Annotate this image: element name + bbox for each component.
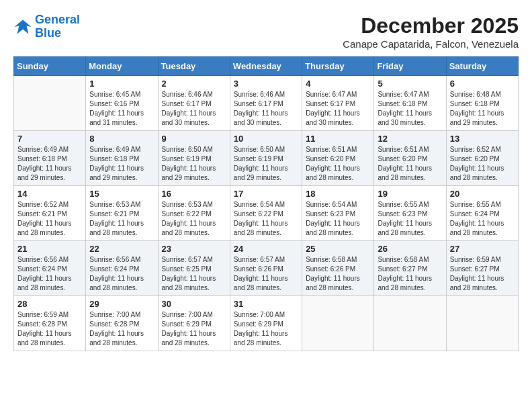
- day-number: 31: [234, 299, 298, 309]
- calendar-cell: [374, 296, 446, 351]
- calendar-cell: [302, 296, 374, 351]
- day-info: Sunrise: 6:46 AM Sunset: 6:17 PM Dayligh…: [162, 90, 226, 128]
- day-number: 5: [378, 79, 442, 89]
- calendar-cell: 16Sunrise: 6:53 AM Sunset: 6:22 PM Dayli…: [158, 186, 230, 241]
- day-info: Sunrise: 6:47 AM Sunset: 6:17 PM Dayligh…: [306, 90, 370, 128]
- day-info: Sunrise: 6:54 AM Sunset: 6:23 PM Dayligh…: [306, 200, 370, 238]
- day-info: Sunrise: 6:59 AM Sunset: 6:28 PM Dayligh…: [17, 310, 82, 348]
- day-info: Sunrise: 6:55 AM Sunset: 6:23 PM Dayligh…: [378, 200, 442, 238]
- day-number: 24: [234, 244, 298, 254]
- day-number: 16: [162, 189, 226, 199]
- day-number: 29: [89, 299, 154, 309]
- calendar-cell: 7Sunrise: 6:49 AM Sunset: 6:18 PM Daylig…: [14, 131, 86, 186]
- day-info: Sunrise: 6:53 AM Sunset: 6:21 PM Dayligh…: [89, 200, 154, 238]
- day-number: 3: [234, 79, 298, 89]
- calendar-cell: 9Sunrise: 6:50 AM Sunset: 6:19 PM Daylig…: [158, 131, 230, 186]
- page-header: General Blue December 2025 Canape Capata…: [13, 13, 519, 50]
- calendar-cell: 11Sunrise: 6:51 AM Sunset: 6:20 PM Dayli…: [302, 131, 374, 186]
- day-number: 20: [450, 189, 515, 199]
- day-info: Sunrise: 6:59 AM Sunset: 6:27 PM Dayligh…: [450, 255, 515, 293]
- day-info: Sunrise: 6:51 AM Sunset: 6:20 PM Dayligh…: [306, 145, 370, 183]
- day-number: 9: [162, 134, 226, 144]
- day-number: 7: [17, 134, 82, 144]
- calendar-week-row: 1Sunrise: 6:45 AM Sunset: 6:16 PM Daylig…: [14, 76, 519, 131]
- calendar-header-row: SundayMondayTuesdayWednesdayThursdayFrid…: [14, 57, 519, 76]
- day-number: 2: [162, 79, 226, 89]
- day-number: 8: [89, 134, 154, 144]
- location-subtitle: Canape Capatarida, Falcon, Venezuela: [343, 38, 519, 50]
- day-info: Sunrise: 6:49 AM Sunset: 6:18 PM Dayligh…: [89, 145, 154, 183]
- weekday-header-monday: Monday: [86, 57, 158, 76]
- day-info: Sunrise: 6:54 AM Sunset: 6:22 PM Dayligh…: [234, 200, 298, 238]
- svg-marker-0: [14, 19, 31, 34]
- weekday-header-tuesday: Tuesday: [158, 57, 230, 76]
- logo-text: General Blue: [35, 13, 80, 40]
- day-info: Sunrise: 6:45 AM Sunset: 6:16 PM Dayligh…: [89, 90, 154, 128]
- logo-line1: General: [35, 13, 80, 26]
- day-number: 26: [378, 244, 442, 254]
- day-number: 22: [89, 244, 154, 254]
- day-info: Sunrise: 6:52 AM Sunset: 6:21 PM Dayligh…: [17, 200, 82, 238]
- day-info: Sunrise: 6:50 AM Sunset: 6:19 PM Dayligh…: [234, 145, 298, 183]
- calendar-cell: 27Sunrise: 6:59 AM Sunset: 6:27 PM Dayli…: [446, 241, 518, 296]
- calendar-cell: [14, 76, 86, 131]
- calendar-cell: 31Sunrise: 7:00 AM Sunset: 6:29 PM Dayli…: [230, 296, 302, 351]
- day-info: Sunrise: 6:47 AM Sunset: 6:18 PM Dayligh…: [378, 90, 442, 128]
- calendar-cell: 29Sunrise: 7:00 AM Sunset: 6:28 PM Dayli…: [86, 296, 158, 351]
- day-info: Sunrise: 6:50 AM Sunset: 6:19 PM Dayligh…: [162, 145, 226, 183]
- day-info: Sunrise: 6:49 AM Sunset: 6:18 PM Dayligh…: [17, 145, 82, 183]
- day-number: 19: [378, 189, 442, 199]
- day-number: 4: [306, 79, 370, 89]
- day-info: Sunrise: 6:57 AM Sunset: 6:26 PM Dayligh…: [234, 255, 298, 293]
- day-number: 27: [450, 244, 515, 254]
- calendar-cell: 12Sunrise: 6:51 AM Sunset: 6:20 PM Dayli…: [374, 131, 446, 186]
- day-info: Sunrise: 6:56 AM Sunset: 6:24 PM Dayligh…: [17, 255, 82, 293]
- weekday-header-sunday: Sunday: [14, 57, 86, 76]
- calendar-cell: [446, 296, 518, 351]
- day-number: 1: [89, 79, 154, 89]
- calendar-cell: 21Sunrise: 6:56 AM Sunset: 6:24 PM Dayli…: [14, 241, 86, 296]
- calendar-cell: 20Sunrise: 6:55 AM Sunset: 6:24 PM Dayli…: [446, 186, 518, 241]
- day-number: 11: [306, 134, 370, 144]
- logo-line2: Blue: [35, 26, 61, 40]
- calendar-cell: 4Sunrise: 6:47 AM Sunset: 6:17 PM Daylig…: [302, 76, 374, 131]
- calendar-body: 1Sunrise: 6:45 AM Sunset: 6:16 PM Daylig…: [14, 76, 519, 351]
- calendar-cell: 10Sunrise: 6:50 AM Sunset: 6:19 PM Dayli…: [230, 131, 302, 186]
- calendar-week-row: 28Sunrise: 6:59 AM Sunset: 6:28 PM Dayli…: [14, 296, 519, 351]
- calendar-cell: 18Sunrise: 6:54 AM Sunset: 6:23 PM Dayli…: [302, 186, 374, 241]
- day-number: 28: [17, 299, 82, 309]
- calendar-cell: 17Sunrise: 6:54 AM Sunset: 6:22 PM Dayli…: [230, 186, 302, 241]
- calendar-cell: 5Sunrise: 6:47 AM Sunset: 6:18 PM Daylig…: [374, 76, 446, 131]
- day-info: Sunrise: 6:57 AM Sunset: 6:25 PM Dayligh…: [162, 255, 226, 293]
- calendar-cell: 15Sunrise: 6:53 AM Sunset: 6:21 PM Dayli…: [86, 186, 158, 241]
- calendar-cell: 2Sunrise: 6:46 AM Sunset: 6:17 PM Daylig…: [158, 76, 230, 131]
- weekday-header-friday: Friday: [374, 57, 446, 76]
- calendar-cell: 22Sunrise: 6:56 AM Sunset: 6:24 PM Dayli…: [86, 241, 158, 296]
- day-info: Sunrise: 6:52 AM Sunset: 6:20 PM Dayligh…: [450, 145, 515, 183]
- day-info: Sunrise: 6:53 AM Sunset: 6:22 PM Dayligh…: [162, 200, 226, 238]
- day-info: Sunrise: 7:00 AM Sunset: 6:29 PM Dayligh…: [234, 310, 298, 348]
- day-info: Sunrise: 6:46 AM Sunset: 6:17 PM Dayligh…: [234, 90, 298, 128]
- day-info: Sunrise: 6:55 AM Sunset: 6:24 PM Dayligh…: [450, 200, 515, 238]
- day-number: 6: [450, 79, 515, 89]
- day-number: 14: [17, 189, 82, 199]
- month-title: December 2025: [343, 13, 519, 38]
- calendar-cell: 3Sunrise: 6:46 AM Sunset: 6:17 PM Daylig…: [230, 76, 302, 131]
- calendar-cell: 24Sunrise: 6:57 AM Sunset: 6:26 PM Dayli…: [230, 241, 302, 296]
- day-info: Sunrise: 6:51 AM Sunset: 6:20 PM Dayligh…: [378, 145, 442, 183]
- day-number: 30: [162, 299, 226, 309]
- day-number: 21: [17, 244, 82, 254]
- day-number: 17: [234, 189, 298, 199]
- day-number: 25: [306, 244, 370, 254]
- calendar-cell: 6Sunrise: 6:48 AM Sunset: 6:18 PM Daylig…: [446, 76, 518, 131]
- day-number: 12: [378, 134, 442, 144]
- logo-icon: [13, 17, 32, 36]
- calendar-cell: 13Sunrise: 6:52 AM Sunset: 6:20 PM Dayli…: [446, 131, 518, 186]
- calendar-cell: 30Sunrise: 7:00 AM Sunset: 6:29 PM Dayli…: [158, 296, 230, 351]
- day-info: Sunrise: 7:00 AM Sunset: 6:29 PM Dayligh…: [162, 310, 226, 348]
- day-number: 18: [306, 189, 370, 199]
- calendar-week-row: 21Sunrise: 6:56 AM Sunset: 6:24 PM Dayli…: [14, 241, 519, 296]
- calendar-table: SundayMondayTuesdayWednesdayThursdayFrid…: [13, 56, 519, 351]
- day-info: Sunrise: 6:58 AM Sunset: 6:26 PM Dayligh…: [306, 255, 370, 293]
- calendar-week-row: 7Sunrise: 6:49 AM Sunset: 6:18 PM Daylig…: [14, 131, 519, 186]
